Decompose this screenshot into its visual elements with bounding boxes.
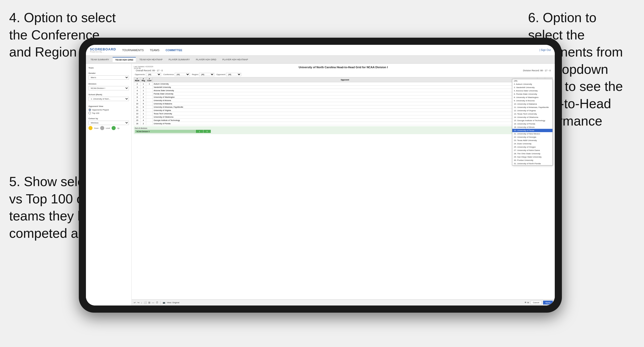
cell-conf [146, 122, 153, 125]
dropdown-item[interactable]: 12. University of Virginia [512, 109, 552, 112]
save-icon[interactable]: ↓ [141, 301, 142, 304]
dropdown-item[interactable]: 31. University of North Florida [512, 162, 552, 165]
table-row: 9 3 University of Arizona 1 0 [134, 99, 553, 102]
col-conf: #Conf [146, 77, 153, 82]
tab-team-h2h-grid[interactable]: TEAM H2H GRID [113, 57, 136, 62]
dropdown-item[interactable]: 14. University of Oklahoma [512, 116, 552, 119]
col-reg: #Reg [141, 77, 146, 82]
opponent-view-section: Opponent View Opponents Played Top 100 [88, 105, 129, 114]
app-navbar: 5COREBOARD Powered By... TOURNAMENTS TEA… [86, 45, 555, 55]
cell-reg: 3 [141, 109, 146, 112]
cell-reg: 1 [141, 112, 146, 115]
dropdown-item[interactable]: 21. University of New Mexico [512, 132, 552, 135]
conference-filter-group: Conference (All) [163, 73, 190, 76]
cancel-button[interactable]: Cancel [531, 301, 542, 304]
out-div-loss: 0 [203, 130, 211, 133]
tab-player-summary[interactable]: PLAYER SUMMARY [166, 57, 192, 62]
cell-rank: 14 [134, 115, 141, 119]
nav-links: TOURNAMENTS TEAMS COMMITTEE [122, 49, 539, 52]
cell-opponent: Florida State University [153, 92, 537, 95]
dropdown-item[interactable]: (All) [512, 79, 552, 82]
undo-icon[interactable]: ↩ [134, 301, 136, 304]
dropdown-item[interactable]: 28. The Ohio State University [512, 152, 552, 155]
dropdown-item[interactable]: 22. University of Georgia [512, 135, 552, 139]
clock-icon[interactable]: ⏱ [156, 301, 158, 304]
opponents-filter-select[interactable]: (All) [146, 73, 161, 76]
dropdown-item[interactable]: 13. Texas Tech University [512, 112, 552, 116]
cell-rank: 8 [134, 95, 141, 99]
dropdown-item[interactable]: 29. San Diego State University [512, 155, 552, 159]
dropdown-item[interactable]: 11. University of Arkansas, Fayetteville [512, 106, 552, 109]
dropdown-item[interactable]: 23. Texas A&M University [512, 139, 552, 142]
cell-reg: 1 [141, 82, 146, 86]
cell-rank: 2 [134, 82, 141, 86]
region-filter-select[interactable]: (All) [199, 73, 214, 76]
cell-opponent: University of Alabama [153, 102, 537, 105]
opponents-filter-label: Opponents: [135, 73, 145, 76]
dropdown-item[interactable]: 25. University of Oregon [512, 145, 552, 149]
dropdown-item[interactable]: 20. University of Texas [512, 129, 552, 132]
tab-team-summary[interactable]: TEAM SUMMARY [88, 57, 112, 62]
nav-tournaments[interactable]: TOURNAMENTS [122, 49, 144, 52]
redo-icon[interactable]: ↪ [137, 301, 139, 304]
nav-signout[interactable]: | Sign Out [540, 49, 551, 51]
dropdown-item[interactable]: 30. Purdue University [512, 159, 552, 162]
filter-row: Opponents: (All) Conference (All) Region [135, 73, 553, 76]
cell-rank: 13 [134, 112, 141, 115]
division-select[interactable]: NCAA Division I [88, 86, 129, 90]
radio-top100[interactable]: Top 100 [88, 112, 129, 114]
radio-dot-opponents [88, 108, 91, 111]
tab-team-h2h-heatmap[interactable]: TEAM H2H HEATMAP [137, 57, 165, 62]
dropdown-item[interactable]: 3. Vanderbilt University [512, 86, 552, 89]
school-select[interactable]: 1. University of Nort... [88, 97, 129, 101]
tab-player-h2h-grid[interactable]: PLAYER H2H GRID [193, 57, 219, 62]
dropdown-item[interactable]: 16. University of Florida [512, 122, 552, 126]
division-section: Division NCAA Division I [88, 83, 129, 90]
cell-reg: 4 [141, 119, 146, 122]
view-label: 📷 [163, 301, 165, 304]
main-content: Team Gender Men's Division NCAA Division… [86, 64, 555, 306]
dropdown-item[interactable]: 24. Duke University [512, 142, 552, 145]
cell-opponent: University of Arizona [153, 99, 537, 102]
table-header-row: #Rank #Reg #Conf Opponent Win Loss [134, 77, 553, 82]
dropdown-item[interactable]: 10. University of Alabama [512, 102, 552, 106]
dropdown-item[interactable]: 15. Georgia Institute of Technology [512, 119, 552, 122]
conference-filter-label: Conference [163, 73, 174, 76]
opponents-filter-group: Opponents: (All) [135, 73, 161, 76]
dropdown-item[interactable]: 18. University of Illinois [512, 126, 552, 129]
table-row: 15 4 Georgia Institute of Technology 5 1 [134, 119, 553, 122]
nav-committee[interactable]: COMMITTEE [166, 49, 182, 52]
colour-by-select[interactable]: Win/loss [88, 121, 129, 125]
cell-conf: 1 [146, 82, 153, 86]
table-row: 14 2 University of Oklahoma 2 2 [134, 115, 553, 119]
tab-player-h2h-heatmap[interactable]: PLAYER H2H HEATMAP [220, 57, 251, 62]
dash-icon[interactable]: — [152, 301, 154, 304]
table-row: 2 1 1 Auburn University 2 1 [134, 82, 553, 86]
cell-reg: 2 [141, 95, 146, 99]
dropdown-item[interactable]: 9. University of Arizona [512, 99, 552, 102]
radio-opponents-played[interactable]: Opponents Played [88, 108, 129, 111]
colour-label-down: Down [94, 127, 99, 129]
dropdown-item[interactable]: 27. University of Notre Dame [512, 149, 552, 152]
opponent-dropdown[interactable]: (All)2. Auburn University3. Vanderbilt U… [512, 79, 553, 165]
print-icon[interactable]: ⬜ [144, 301, 147, 304]
cell-rank: 15 [134, 119, 141, 122]
last-updated: Last Updated: 4/15/2024 16:55:38 [134, 66, 153, 69]
gender-label: Gender [88, 72, 129, 74]
dropdown-item[interactable]: 4. Arizona State University [512, 89, 552, 92]
gender-select[interactable]: Men's [88, 75, 129, 80]
division-label: Division [88, 83, 129, 85]
nav-teams[interactable]: TEAMS [150, 49, 159, 52]
dropdown-item[interactable]: 8. University of Washington [512, 96, 552, 99]
opponent-filter-select[interactable]: (All) [226, 73, 241, 76]
table-body: 2 1 1 Auburn University 2 1 3 2 Vanderbi… [134, 82, 553, 125]
opponent-filter-label: Opponent [216, 73, 225, 76]
dropdown-item[interactable]: 6. Florida State University [512, 92, 552, 96]
dropdown-item[interactable]: 2. Auburn University [512, 82, 552, 86]
grid-icon[interactable]: ⊞ [148, 301, 150, 304]
col-opponent: Opponent [153, 77, 537, 82]
apply-button[interactable]: Apply [543, 301, 553, 304]
radio-dot-top100 [88, 112, 91, 114]
conference-filter-select[interactable]: (All) [175, 73, 190, 76]
grid-title: University of North Carolina Head-to-Hea… [134, 66, 553, 69]
